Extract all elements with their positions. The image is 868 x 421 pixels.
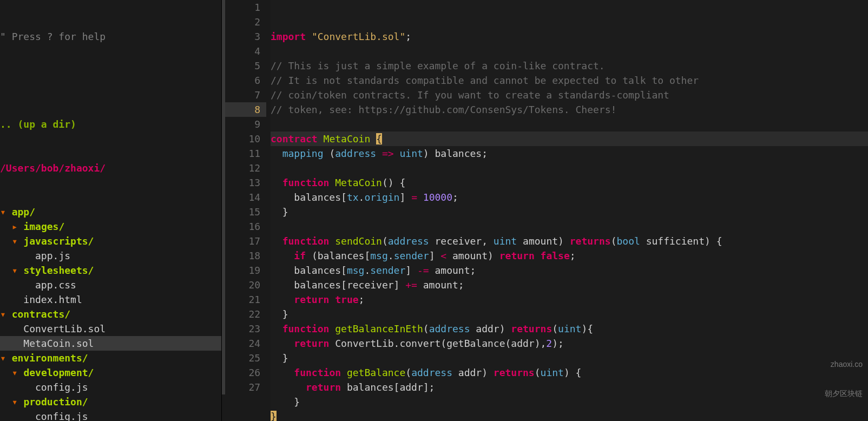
code-line[interactable]: // This is just a simple example of a co… — [271, 58, 868, 73]
tree-dir[interactable]: ▾ javascripts/ — [0, 234, 221, 248]
tree-file[interactable]: index.html — [0, 292, 221, 307]
tree-dir[interactable]: ▾ development/ — [0, 365, 221, 380]
code-line[interactable]: function MetaCoin() { — [271, 175, 868, 190]
code-line[interactable] — [271, 117, 868, 131]
line-number: 1 — [222, 0, 266, 15]
line-number: 23 — [222, 321, 266, 336]
code-line[interactable]: // It is not standards compatible and ca… — [271, 73, 868, 88]
code-line[interactable] — [271, 219, 868, 234]
code-line[interactable] — [271, 161, 868, 175]
code-line[interactable]: } — [271, 205, 868, 219]
code-line[interactable]: balances[tx.origin] = 10000; — [271, 190, 868, 205]
file-tree-sidebar[interactable]: " Press ? for help .. (up a dir) /Users/… — [0, 0, 222, 421]
code-line[interactable]: } — [271, 409, 868, 421]
line-number: 27 — [222, 380, 266, 394]
tree-arrow-icon: ▾ — [12, 265, 18, 276]
code-line[interactable]: function getBalanceInEth(address addr) r… — [271, 321, 868, 336]
tree-file[interactable]: config.js — [0, 409, 221, 421]
cwd-path: /Users/bob/zhaoxi/ — [0, 161, 221, 175]
code-line[interactable]: // token, see: https://github.com/Consen… — [271, 102, 868, 117]
tree-arrow-icon: ▸ — [12, 221, 18, 232]
code-line[interactable]: } — [271, 307, 868, 321]
line-number: 16 — [222, 219, 266, 234]
tree-arrow-icon: ▾ — [0, 352, 6, 364]
code-editor[interactable]: import "ConvertLib.sol"; // This is just… — [271, 0, 868, 421]
line-number: 24 — [222, 336, 266, 351]
code-line[interactable]: mapping (address => uint) balances; — [271, 146, 868, 161]
code-line[interactable]: balances[receiver] += amount; — [271, 278, 868, 292]
tree-dir[interactable]: ▾ stylesheets/ — [0, 263, 221, 278]
line-number: 25 — [222, 351, 266, 365]
line-number: 21 — [222, 292, 266, 307]
tree-file[interactable]: app.css — [0, 278, 221, 292]
tree-arrow-icon: ▾ — [0, 206, 6, 218]
code-line[interactable]: return ConvertLib.convert(getBalance(add… — [271, 336, 868, 351]
line-number: 22 — [222, 307, 266, 321]
tree-file[interactable]: config.js — [0, 380, 221, 394]
watermark: zhaoxi.co 朝夕区块链 — [825, 340, 863, 418]
line-number: 15 — [222, 205, 266, 219]
tree-arrow-icon: ▾ — [0, 308, 6, 320]
line-number: 13 — [222, 175, 266, 190]
line-number: 7 — [222, 88, 266, 102]
line-number: 17 — [222, 234, 266, 248]
code-line[interactable]: // coin/token contracts. If you want to … — [271, 88, 868, 102]
code-line[interactable]: function sendCoin(address receiver, uint… — [271, 234, 868, 248]
line-number: 10 — [222, 131, 266, 146]
tree-file[interactable]: MetaCoin.sol — [0, 336, 221, 351]
line-number: 26 — [222, 365, 266, 380]
line-number-gutter: 1 2 3 4 5 6 7 8 9 10 11 12 13 14 15 16 1… — [222, 0, 271, 421]
line-number: 8 — [222, 102, 266, 117]
code-line[interactable]: } — [271, 351, 868, 365]
line-number: 12 — [222, 161, 266, 175]
tree-dir[interactable]: ▾ production/ — [0, 394, 221, 409]
line-number: 14 — [222, 190, 266, 205]
tree-arrow-icon: ▾ — [12, 235, 18, 247]
line-number: 11 — [222, 146, 266, 161]
line-number: 20 — [222, 278, 266, 292]
line-number: 6 — [222, 73, 266, 88]
line-number: 19 — [222, 263, 266, 278]
line-number: 3 — [222, 29, 266, 44]
code-line[interactable]: balances[msg.sender] -= amount; — [271, 263, 868, 278]
tree-dir[interactable]: ▾ environments/ — [0, 351, 221, 365]
code-line[interactable] — [271, 44, 868, 58]
line-number: 2 — [222, 15, 266, 29]
tree-dir[interactable]: ▸ images/ — [0, 219, 221, 234]
tree-dir[interactable]: ▾ app/ — [0, 205, 221, 219]
code-line[interactable]: } — [271, 394, 868, 409]
code-line[interactable]: function getBalance(address addr) return… — [271, 365, 868, 380]
code-line[interactable]: if (balances[msg.sender] < amount) retur… — [271, 248, 868, 263]
code-line[interactable]: return balances[addr]; — [271, 380, 868, 394]
tree-file[interactable]: ConvertLib.sol — [0, 321, 221, 336]
tree-dir[interactable]: ▾ contracts/ — [0, 307, 221, 321]
line-number: 9 — [222, 117, 266, 131]
help-line: " Press ? for help — [0, 29, 221, 44]
code-line[interactable]: contract MetaCoin { — [271, 131, 868, 146]
tree-file[interactable]: app.js — [0, 248, 221, 263]
tree-arrow-icon: ▾ — [12, 367, 18, 378]
code-line[interactable]: import "ConvertLib.sol"; — [271, 29, 868, 44]
code-line[interactable]: return true; — [271, 292, 868, 307]
line-number: 5 — [222, 58, 266, 73]
tree-arrow-icon: ▾ — [12, 396, 18, 407]
up-a-dir[interactable]: .. (up a dir) — [0, 117, 221, 131]
line-number: 18 — [222, 248, 266, 263]
line-number: 4 — [222, 44, 266, 58]
